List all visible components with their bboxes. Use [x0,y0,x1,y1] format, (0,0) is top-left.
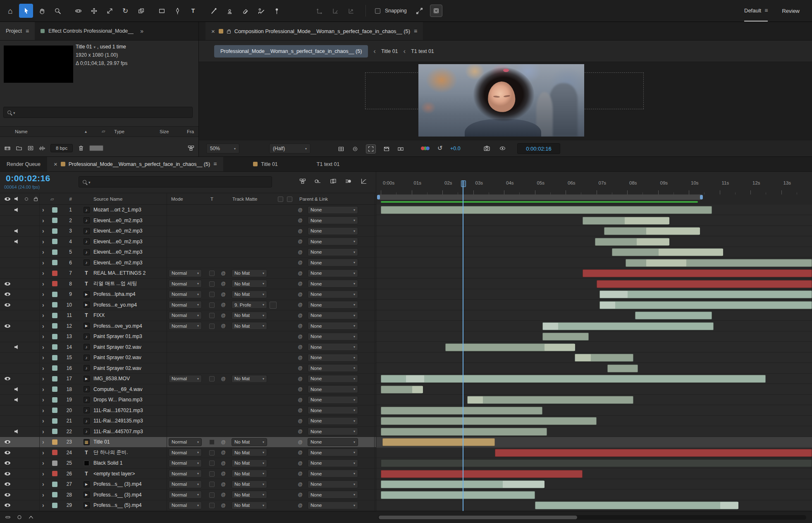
panel-menu-icon[interactable] [26,28,29,34]
parent-link-dropdown[interactable]: None [308,501,358,509]
breadcrumb-title01[interactable]: Title 01 [381,48,398,54]
layer-label-color[interactable] [52,292,57,297]
parent-pickwhip-icon[interactable] [297,289,303,300]
layer-row[interactable]: 23▦Title 01NormalNo MatNone [0,437,376,448]
layer-name[interactable]: Profess...s__ (3).mp4 [93,479,166,489]
layer-name[interactable]: ElevenL...e0_m2.mp3 [93,258,166,268]
track-matte-dropdown[interactable]: No Mat [232,322,267,330]
home-icon[interactable] [3,4,17,18]
layer-label-color[interactable] [52,302,57,307]
matte-pickwhip-icon[interactable] [220,310,227,321]
parent-pickwhip-icon[interactable] [297,500,303,511]
parent-pickwhip-icon[interactable] [297,353,303,363]
rotation-tool-icon[interactable] [118,4,132,18]
layer-label-color[interactable] [52,386,57,392]
eye-icon[interactable] [5,461,10,465]
expand-arrow-icon[interactable] [42,384,49,395]
column-number[interactable]: # [60,197,72,202]
expand-arrow-icon[interactable] [42,310,49,321]
timeline-layer-bar[interactable] [467,396,633,404]
timeline-layer-bar[interactable] [597,280,812,288]
layer-name[interactable]: 11L-Rai...249135.mp3 [93,416,166,426]
preserve-transparency-toggle[interactable] [209,482,215,487]
expand-arrow-icon[interactable] [42,331,49,342]
mode-dropdown[interactable]: Normal [169,438,202,446]
layer-label-color[interactable] [52,439,57,445]
sort-asc-icon[interactable] [85,129,87,134]
snap-features-icon[interactable] [430,5,442,17]
layer-name[interactable]: ElevenL...e0_m2.mp3 [93,226,166,236]
layer-row[interactable]: 24T단 하나의 준비.NormalNo MatNone [0,448,376,458]
toggle-transfer-controls-icon[interactable] [17,514,22,520]
layer-label-color[interactable] [52,418,57,424]
layer-name[interactable]: Profess...e_yo.mp4 [93,300,166,310]
layer-name[interactable]: 11L-Rai...167021.mp3 [93,405,166,416]
speaker-icon[interactable] [14,345,19,349]
speaker-icon[interactable] [14,398,19,402]
expand-arrow-icon[interactable] [42,205,49,215]
preserve-transparency-toggle[interactable] [209,302,215,308]
close-icon[interactable] [211,28,215,34]
track-matte-dropdown[interactable]: No Mat [232,459,267,467]
eye-icon[interactable] [5,482,10,486]
track-matte-dropdown[interactable]: No Mat [232,269,267,277]
layer-row[interactable]: 26T<empty text layer>NormalNo MatNone [0,469,376,480]
layer-name[interactable]: Mozart ...ort 2_1.mp3 [93,205,166,215]
speaker-icon[interactable] [14,208,19,212]
current-time-indicator[interactable] [463,180,463,511]
parent-pickwhip-icon[interactable] [297,374,303,384]
layer-row[interactable]: 5♪ElevenL...e0_m2.mp3None [0,247,376,258]
tab-t1-text01[interactable]: T1 text 01 [310,157,346,171]
layer-name[interactable]: Profess...lpha.mp4 [93,289,166,300]
expand-arrow-icon[interactable] [42,237,49,247]
parent-link-dropdown[interactable]: None [308,301,358,309]
parent-pickwhip-icon[interactable] [297,490,303,500]
layer-row[interactable]: 9▶Profess...lpha.mp4NormalNo MatNone [0,289,376,300]
layer-label-color[interactable] [52,355,57,360]
timeline-layer-bar[interactable] [542,333,589,341]
preserve-transparency-toggle[interactable] [209,324,215,329]
parent-link-dropdown[interactable]: None [308,269,358,277]
tab-effect-controls[interactable]: Effect Controls Professional_Mode__ [35,22,139,40]
expand-arrow-icon[interactable] [42,500,49,511]
track-matte-dropdown[interactable]: No Mat [232,438,267,446]
parent-pickwhip-icon[interactable] [297,279,303,289]
eye-icon[interactable] [5,504,10,507]
timeline-layer-bar[interactable] [495,449,812,457]
layer-name[interactable]: ElevenL...e0_m2.mp3 [93,247,166,257]
column-mode[interactable]: Mode [171,197,183,202]
layer-name[interactable]: Paint Sprayer 02.wav [93,363,166,374]
parent-pickwhip-icon[interactable] [297,342,303,353]
track-matte-dropdown[interactable]: No Mat [232,501,267,509]
layer-row[interactable]: 29▶Profess...s__ (5).mp4NormalNo MatNone [0,500,376,511]
switches-toggle-icon[interactable] [278,197,283,202]
layer-label-color[interactable] [52,482,57,487]
timeline-search-input[interactable] [79,176,272,187]
mode-dropdown[interactable]: Normal [169,290,202,298]
mode-dropdown[interactable]: Normal [169,459,202,467]
show-channel-icon[interactable] [423,146,427,150]
eye-icon[interactable] [5,293,10,296]
workspace-review-tab[interactable]: Review [782,0,800,22]
matte-pickwhip-icon[interactable] [220,268,227,278]
parent-link-dropdown[interactable]: None [308,396,358,404]
layer-name[interactable]: Title 01 [93,437,166,447]
scrollbar-thumb[interactable] [379,516,577,519]
layer-row[interactable]: 10▶Profess...e_yo.mp4Normal9. ProfeNone [0,300,376,311]
parent-link-dropdown[interactable]: None [308,364,358,372]
layer-label-color[interactable] [52,207,57,213]
mode-dropdown[interactable]: Normal [169,491,202,499]
reset-exposure-icon[interactable] [437,145,443,151]
layer-name[interactable]: Paint Sprayer 02.wav [93,342,166,353]
parent-link-dropdown[interactable]: None [308,322,358,330]
breadcrumb-comp[interactable]: Professional_Mode__Woman_s_perfect_face_… [214,45,368,58]
eye-icon[interactable] [5,440,10,444]
parent-pickwhip-icon[interactable] [297,247,303,257]
parent-pickwhip-icon[interactable] [297,226,303,236]
layer-label-color[interactable] [52,461,57,466]
mode-dropdown[interactable]: Normal [169,280,202,288]
layer-row[interactable]: 22♪11L-Rai...445707.mp3None [0,427,376,437]
layer-name[interactable]: Paint Sprayer 02.wav [93,353,166,363]
expand-arrow-icon[interactable] [42,437,49,447]
layer-name[interactable]: Paint Sprayer 01.mp3 [93,331,166,342]
